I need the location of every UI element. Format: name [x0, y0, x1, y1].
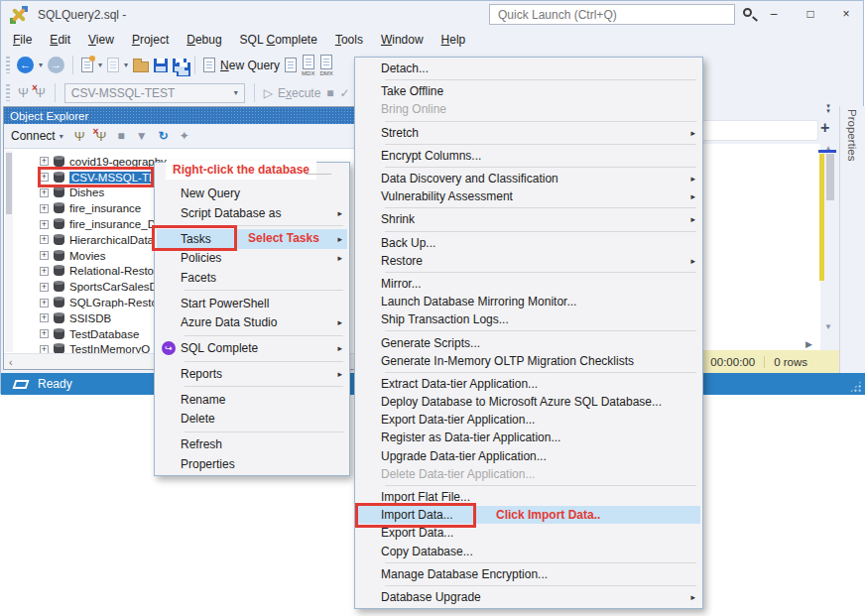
- editor-scrollbar-thumb[interactable]: [826, 154, 834, 200]
- navigate-forward-icon[interactable]: →: [48, 57, 64, 73]
- tree-vertical-scrollbar[interactable]: [5, 151, 13, 352]
- window-collapse-icon[interactable]: ▾▾: [821, 103, 835, 113]
- menu-item-bring-online[interactable]: Bring Online: [357, 100, 700, 118]
- menu-item-properties[interactable]: Properties: [157, 454, 347, 474]
- menu-item-back-up[interactable]: Back Up...: [357, 234, 700, 252]
- menu-item-start-powershell[interactable]: Start PowerShell: [157, 294, 347, 313]
- menu-item-stretch[interactable]: Stretch▸: [357, 124, 700, 142]
- refresh-icon[interactable]: ↻: [159, 129, 169, 143]
- menu-help[interactable]: Help: [433, 30, 475, 50]
- stop-icon[interactable]: ■: [326, 86, 333, 100]
- expander-icon[interactable]: +: [40, 313, 49, 322]
- new-project-dropdown-icon[interactable]: ▾: [98, 61, 102, 69]
- menu-item-extract-data-tier-application[interactable]: Extract Data-tier Application...: [357, 375, 700, 393]
- menu-item-import-flat-file[interactable]: Import Flat File...: [357, 488, 700, 506]
- menu-item-upgrade-data-tier-application[interactable]: Upgrade Data-tier Application...: [357, 447, 700, 465]
- activity-monitor-icon[interactable]: ✦: [180, 129, 189, 143]
- change-connection-icon[interactable]: Ψ: [35, 85, 46, 100]
- splitter-move-icon[interactable]: +: [820, 119, 829, 137]
- menu-item-take-offline[interactable]: Take Offline: [357, 82, 700, 100]
- menu-item-script-database-as[interactable]: Script Database as▸: [157, 203, 347, 223]
- tab-properties[interactable]: Properties: [846, 109, 858, 161]
- menu-item-delete[interactable]: Delete: [157, 409, 347, 429]
- connect-dropdown-button[interactable]: Connect: [11, 129, 56, 143]
- menu-item-register-as-data-tier-application[interactable]: Register as Data-tier Application...: [357, 429, 700, 446]
- dmx-query-icon[interactable]: DMX: [319, 55, 332, 76]
- menu-item-restore[interactable]: Restore▸: [357, 252, 700, 270]
- execute-button[interactable]: ▷ Execute: [264, 86, 321, 100]
- menu-item-import-data[interactable]: Import Data...Click Import Data..: [357, 506, 700, 524]
- menu-debug[interactable]: Debug: [178, 30, 230, 50]
- menu-item-ship-transaction-logs[interactable]: Ship Transaction Logs...: [357, 310, 700, 328]
- menu-item-azure-data-studio[interactable]: Azure Data Studio▸: [157, 313, 347, 333]
- expander-icon[interactable]: +: [40, 173, 49, 182]
- scroll-left-icon[interactable]: ‹: [9, 356, 13, 368]
- filter-icon[interactable]: ▼: [136, 129, 148, 143]
- expander-icon[interactable]: +: [40, 220, 49, 229]
- menu-window[interactable]: Window: [372, 30, 433, 50]
- menu-tools[interactable]: Tools: [326, 30, 372, 50]
- menu-item-data-discovery-and-classification[interactable]: Data Discovery and Classification▸: [357, 170, 700, 187]
- menu-item-export-data[interactable]: Export Data...: [357, 524, 700, 542]
- new-query-icon[interactable]: [203, 58, 215, 72]
- menu-item-shrink[interactable]: Shrink▸: [357, 210, 700, 228]
- menu-item-mirror[interactable]: Mirror...: [357, 275, 700, 293]
- toolbar-grip[interactable]: [6, 57, 10, 73]
- stop-icon[interactable]: ■: [117, 129, 124, 143]
- query-with-connection-icon[interactable]: [285, 58, 297, 72]
- open-file-icon[interactable]: [133, 62, 149, 72]
- scrollbar-thumb[interactable]: [6, 153, 12, 214]
- combobox-dropdown-icon[interactable]: ▾: [234, 88, 238, 97]
- mdx-query-icon[interactable]: MDX: [302, 55, 314, 76]
- expander-icon[interactable]: +: [40, 235, 49, 244]
- menu-view[interactable]: View: [79, 30, 123, 50]
- menu-item-tasks[interactable]: Tasks▸Select Tasks: [157, 229, 347, 249]
- expander-icon[interactable]: +: [40, 251, 49, 260]
- connect-icon[interactable]: Ψ: [18, 85, 29, 100]
- menu-item-sql-complete[interactable]: ↪SQL Complete▸: [157, 338, 347, 358]
- parse-check-icon[interactable]: ✓: [340, 86, 350, 100]
- save-icon[interactable]: [154, 59, 168, 72]
- menu-sql-complete[interactable]: SQL Complete: [231, 30, 326, 50]
- expander-icon[interactable]: +: [40, 329, 49, 338]
- maximize-button[interactable]: □: [794, 2, 827, 26]
- scroll-right-icon[interactable]: ▶: [805, 339, 812, 349]
- expander-icon[interactable]: +: [40, 188, 49, 197]
- menu-item-facets[interactable]: Facets: [157, 268, 347, 288]
- connect-object-icon[interactable]: Ψ: [74, 129, 85, 144]
- menu-item-refresh[interactable]: Refresh: [157, 434, 347, 454]
- menu-item-launch-database-mirroring-monitor[interactable]: Launch Database Mirroring Monitor...: [357, 293, 700, 310]
- menu-file[interactable]: File: [4, 30, 41, 50]
- menu-edit[interactable]: Edit: [41, 30, 79, 50]
- disconnect-icon[interactable]: Ψ: [96, 129, 107, 144]
- menu-item-encrypt-columns[interactable]: Encrypt Columns...: [357, 147, 700, 165]
- back-dropdown-icon[interactable]: ▾: [39, 61, 43, 69]
- menu-item-database-upgrade[interactable]: Database Upgrade▸: [357, 588, 700, 606]
- menu-item-reports[interactable]: Reports▸: [157, 364, 347, 384]
- database-combobox[interactable]: CSV-MSSQL-TEST ▾: [64, 83, 245, 103]
- minimize-button[interactable]: –: [757, 2, 791, 26]
- expander-icon[interactable]: +: [40, 267, 49, 276]
- new-query-button[interactable]: New Query: [220, 59, 280, 72]
- menu-item-manage-database-encryption[interactable]: Manage Database Encryption...: [357, 565, 700, 583]
- expander-icon[interactable]: +: [40, 345, 49, 353]
- menu-item-generate-in-memory-oltp-migration-checklists[interactable]: Generate In-Memory OLTP Migration Checkl…: [357, 352, 700, 370]
- menu-item-delete-data-tier-application[interactable]: Delete Data-tier Application...: [357, 465, 700, 483]
- menu-item-copy-database[interactable]: Copy Database...: [357, 543, 700, 560]
- menu-item-deploy-database-to-microsoft-azure-sql-database[interactable]: Deploy Database to Microsoft Azure SQL D…: [357, 393, 700, 411]
- menu-item-generate-scripts[interactable]: Generate Scripts...: [357, 333, 700, 351]
- menu-item-policies[interactable]: Policies▸: [157, 249, 347, 269]
- connect-dropdown-icon[interactable]: ▾: [60, 132, 63, 141]
- navigate-back-icon[interactable]: ←: [17, 57, 34, 73]
- new-project-icon[interactable]: [81, 58, 93, 72]
- menu-item-vulnerability-assessment[interactable]: Vulnerability Assessment▸: [357, 187, 700, 205]
- expander-icon[interactable]: +: [40, 299, 49, 308]
- menu-item-export-data-tier-application[interactable]: Export Data-tier Application...: [357, 411, 700, 429]
- expander-icon[interactable]: +: [40, 157, 49, 166]
- add-item-dropdown-icon[interactable]: ▾: [124, 61, 128, 69]
- add-item-icon[interactable]: [107, 58, 119, 72]
- resize-grip[interactable]: [849, 380, 862, 393]
- menu-project[interactable]: Project: [123, 30, 178, 50]
- save-all-icon[interactable]: [173, 59, 186, 72]
- expander-icon[interactable]: +: [40, 283, 49, 292]
